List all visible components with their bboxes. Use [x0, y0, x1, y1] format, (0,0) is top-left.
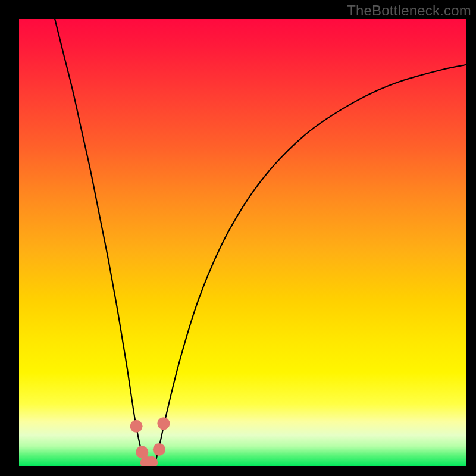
- curve-marker: [153, 443, 165, 456]
- watermark-text: TheBottleneck.com: [347, 2, 471, 19]
- bottleneck-curve: [19, 19, 466, 466]
- curve-marker: [130, 420, 143, 433]
- curve-marker: [157, 417, 170, 430]
- plot-area: [19, 19, 466, 466]
- chart-frame: TheBottleneck.com: [0, 0, 476, 476]
- curve-path: [55, 19, 466, 466]
